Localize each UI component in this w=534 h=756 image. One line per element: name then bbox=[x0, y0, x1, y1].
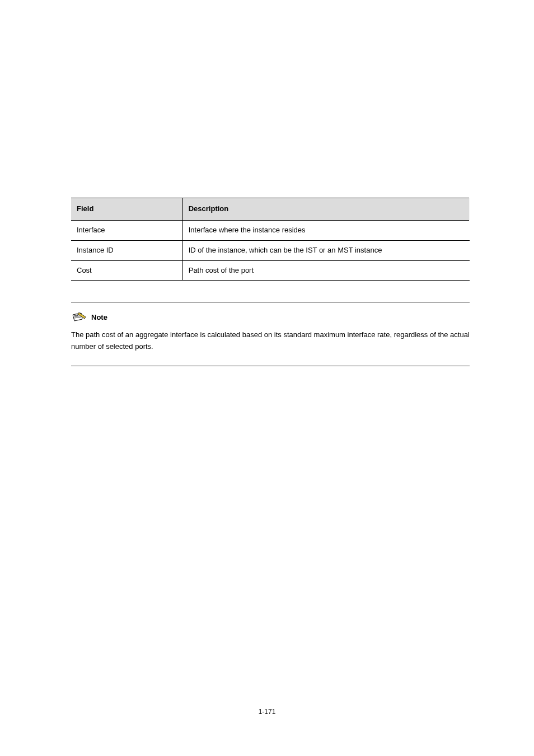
cell-description: ID of the instance, which can be the IST… bbox=[182, 240, 469, 260]
table-header-field: Field bbox=[71, 198, 182, 221]
cell-field: Interface bbox=[71, 220, 182, 240]
cell-field: Cost bbox=[71, 260, 182, 281]
table-header-row: Field Description bbox=[71, 198, 470, 221]
table-row: Instance ID ID of the instance, which ca… bbox=[71, 240, 470, 260]
table-row: Cost Path cost of the port bbox=[71, 260, 470, 281]
cell-description: Path cost of the port bbox=[182, 260, 469, 281]
table-row: Interface Interface where the instance r… bbox=[71, 220, 470, 240]
note-heading: Note bbox=[71, 311, 470, 324]
table-header-description: Description bbox=[182, 198, 469, 221]
cell-field: Instance ID bbox=[71, 240, 182, 260]
page-content: Field Description Interface Interface wh… bbox=[71, 198, 470, 366]
note-icon bbox=[71, 311, 87, 324]
note-block: Note The path cost of an aggregate inter… bbox=[71, 302, 470, 366]
field-description-table: Field Description Interface Interface wh… bbox=[71, 198, 470, 281]
note-text: The path cost of an aggregate interface … bbox=[71, 329, 470, 366]
note-label: Note bbox=[91, 312, 107, 323]
page-number: 1-171 bbox=[0, 707, 534, 717]
cell-description: Interface where the instance resides bbox=[182, 220, 469, 240]
